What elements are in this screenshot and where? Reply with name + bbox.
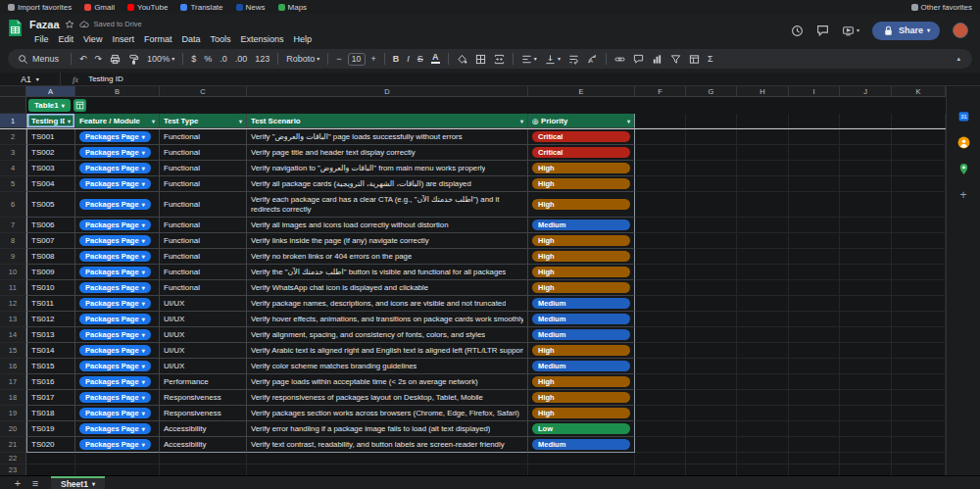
feature-chip[interactable]: Packages Page▾ (79, 147, 151, 158)
row-header-4[interactable]: 4 (0, 161, 26, 176)
cell-I2[interactable] (789, 129, 840, 145)
menu-format[interactable]: Format (139, 34, 177, 44)
cell-E9[interactable]: High (528, 249, 635, 265)
cell-J22[interactable] (840, 453, 892, 465)
cell-E19[interactable]: High (528, 406, 635, 421)
side-panel-calendar-icon[interactable]: 31 (957, 110, 970, 122)
cell-E23[interactable] (528, 465, 635, 475)
feature-chip[interactable]: Packages Page▾ (79, 314, 151, 324)
cell-J18[interactable] (840, 390, 892, 406)
feature-chip[interactable]: Packages Page▾ (79, 329, 151, 340)
priority-chip[interactable]: Medium (532, 329, 630, 340)
cell-J12[interactable] (840, 296, 892, 312)
bookmark-maps[interactable]: Maps (278, 3, 308, 12)
cell-K12[interactable] (892, 296, 946, 312)
cell-I8[interactable] (789, 233, 840, 249)
cell-H3[interactable] (737, 145, 789, 161)
cell-A14[interactable]: TS013 (26, 327, 75, 343)
cell-F18[interactable] (635, 390, 686, 406)
cell-F9[interactable] (635, 249, 686, 265)
table-header-testing-id[interactable]: Testing ID▾ (26, 114, 75, 128)
row-header-5[interactable]: 5 (0, 176, 26, 192)
cell-H16[interactable] (737, 359, 789, 374)
cell-F10[interactable] (635, 265, 686, 280)
cell-F5[interactable] (635, 176, 686, 192)
cell-K18[interactable] (892, 390, 946, 406)
cell-E11[interactable]: High (528, 280, 635, 296)
column-header-E[interactable]: E (528, 86, 635, 97)
cell-D11[interactable]: Verify WhatsApp chat icon is displayed a… (247, 280, 528, 296)
bookmark-translate[interactable]: Translate (180, 3, 222, 12)
cell-G12[interactable] (686, 296, 737, 312)
redo-button[interactable]: ↷ (91, 51, 107, 67)
fill-color-button[interactable] (453, 51, 471, 67)
row-header-19[interactable]: 19 (0, 406, 26, 421)
priority-chip[interactable]: Medium (532, 439, 630, 450)
table-header-feature-module[interactable]: Feature / Module▾ (75, 114, 160, 128)
priority-chip[interactable]: High (532, 163, 630, 173)
cell-D17[interactable]: Verify page loads within acceptable time… (247, 374, 528, 390)
cell-B16[interactable]: Packages Page▾ (75, 359, 160, 374)
row-header-20[interactable]: 20 (0, 421, 26, 437)
cell-A4[interactable]: TS003 (26, 161, 75, 176)
priority-chip[interactable]: Critical (532, 147, 630, 158)
cell-C20[interactable]: Accessibility (160, 421, 247, 437)
cell-J6[interactable] (840, 192, 892, 218)
cell-G10[interactable] (686, 265, 737, 280)
column-header-I[interactable]: I (789, 86, 840, 97)
cell-E20[interactable]: Low (528, 421, 635, 437)
insert-link-button[interactable] (611, 51, 629, 67)
cell-A23[interactable] (26, 465, 75, 475)
cell-B19[interactable]: Packages Page▾ (75, 406, 160, 421)
cell-D14[interactable]: Verify alignment, spacing, and consisten… (247, 327, 528, 343)
row-header-11[interactable]: 11 (0, 280, 26, 296)
feature-chip[interactable]: Packages Page▾ (79, 392, 151, 403)
cell-D8[interactable]: Verify links inside the page (if any) na… (247, 233, 528, 249)
currency-format-button[interactable]: $ (187, 51, 200, 67)
row-header-9[interactable]: 9 (0, 249, 26, 265)
cell-E15[interactable]: High (528, 343, 635, 359)
cell-K5[interactable] (892, 176, 946, 192)
cell-E22[interactable] (528, 453, 635, 465)
cell-G4[interactable] (686, 161, 737, 176)
cell-I18[interactable] (789, 390, 840, 406)
cell-C15[interactable]: UI/UX (160, 343, 247, 359)
cell-H8[interactable] (737, 233, 789, 249)
cell-B15[interactable]: Packages Page▾ (75, 343, 160, 359)
cell-J9[interactable] (840, 249, 892, 265)
row-header-10[interactable]: 10 (0, 265, 26, 280)
cell-A9[interactable]: TS008 (26, 249, 75, 265)
cell-K21[interactable] (892, 437, 946, 453)
cell-D21[interactable]: Verify text contrast, readability, and b… (247, 437, 528, 453)
row-header-22[interactable]: 22 (0, 453, 26, 465)
cell-G14[interactable] (686, 327, 737, 343)
cell-A5[interactable]: TS004 (26, 176, 75, 192)
cell-G13[interactable] (686, 312, 737, 327)
cell-G18[interactable] (686, 390, 737, 406)
cell-C3[interactable]: Functional (160, 145, 247, 161)
cell-K9[interactable] (892, 249, 946, 265)
row-header-23[interactable]: 23 (0, 465, 26, 475)
cell-A10[interactable]: TS009 (26, 265, 75, 280)
cell-H6[interactable] (737, 192, 789, 218)
cell-D6[interactable]: Verify each package card has a clear CTA… (247, 192, 528, 218)
row-header-15[interactable]: 15 (0, 343, 26, 359)
insert-comment-button[interactable] (629, 51, 648, 67)
cell-B21[interactable]: Packages Page▾ (75, 437, 160, 453)
row-header-14[interactable]: 14 (0, 327, 26, 343)
cell-G5[interactable] (686, 176, 737, 192)
cell-H20[interactable] (737, 421, 789, 437)
cell-E3[interactable]: Critical (528, 145, 635, 161)
priority-chip[interactable]: Medium (532, 220, 630, 230)
cell-J5[interactable] (840, 176, 892, 192)
cell-B6[interactable]: Packages Page▾ (75, 192, 160, 218)
feature-chip[interactable]: Packages Page▾ (79, 267, 151, 277)
column-header-J[interactable]: J (840, 86, 892, 97)
all-sheets-button[interactable]: ≡ (27, 477, 43, 489)
cell-F12[interactable] (635, 296, 686, 312)
filter-button-icon[interactable]: ▾ (152, 118, 155, 124)
cell-F21[interactable] (635, 437, 686, 453)
text-color-button[interactable]: A (427, 51, 444, 67)
cell-D19[interactable]: Verify packages section works across bro… (247, 406, 528, 421)
cell-B12[interactable]: Packages Page▾ (75, 296, 160, 312)
